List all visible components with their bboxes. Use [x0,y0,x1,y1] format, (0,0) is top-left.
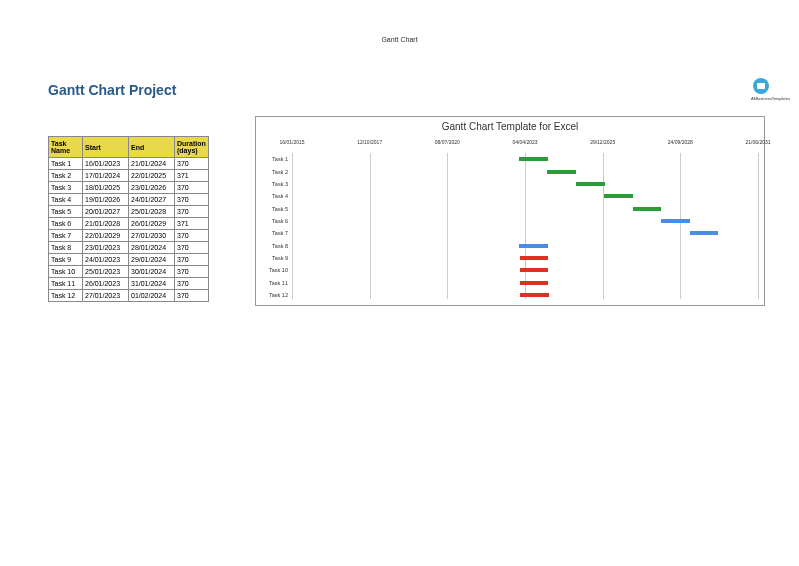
gridline [680,153,681,299]
chart-x-axis: 16/01/201512/10/201708/07/202004/04/2023… [292,139,758,149]
chart-plot-area [292,153,758,299]
table-cell: 371 [175,218,209,230]
logo-icon [753,78,769,94]
table-row: Task 520/01/202725/01/2028370 [49,206,209,218]
table-cell: Task 10 [49,266,83,278]
table-cell: 23/01/2023 [83,242,129,254]
gantt-bar [520,281,549,285]
table-row: Task 1227/01/202301/02/2024370 [49,290,209,302]
table-cell: 370 [175,230,209,242]
table-cell: Task 9 [49,254,83,266]
gridline [525,153,526,299]
table-cell: 01/02/2024 [129,290,175,302]
table-cell: Task 2 [49,170,83,182]
y-tick-label: Task 4 [272,193,288,199]
table-cell: 370 [175,206,209,218]
y-tick-label: Task 12 [269,292,288,298]
table-cell: Task 8 [49,242,83,254]
table-cell: 370 [175,266,209,278]
chart-y-axis: Task 1Task 2Task 3Task 4Task 5Task 6Task… [260,153,290,299]
table-cell: 370 [175,194,209,206]
table-cell: 28/01/2024 [129,242,175,254]
y-tick-label: Task 11 [269,280,288,286]
x-tick-label: 24/09/2028 [668,139,693,145]
table-cell: Task 5 [49,206,83,218]
table-cell: 17/01/2024 [83,170,129,182]
x-tick-label: 29/12/2025 [590,139,615,145]
gridline [370,153,371,299]
x-tick-label: 12/10/2017 [357,139,382,145]
x-tick-label: 16/01/2015 [279,139,304,145]
gantt-bar [519,157,548,161]
table-row: Task 823/01/202328/01/2024370 [49,242,209,254]
x-tick-label: 21/06/2031 [745,139,770,145]
table-row: Task 722/01/202927/01/2030370 [49,230,209,242]
gantt-bar [690,231,719,235]
table-cell: 370 [175,242,209,254]
header-label: Gantt Chart [381,36,417,43]
chart-title: Gantt Chart Template for Excel [256,121,764,132]
table-cell: Task 1 [49,158,83,170]
table-cell: 26/01/2023 [83,278,129,290]
table-row: Task 1025/01/202330/01/2024370 [49,266,209,278]
y-tick-label: Task 7 [272,230,288,236]
table-cell: 27/01/2030 [129,230,175,242]
table-cell: 24/01/2023 [83,254,129,266]
logo-text: AllBusinessTemplates [751,96,771,101]
gantt-bar [604,194,633,198]
y-tick-label: Task 2 [272,169,288,175]
table-cell: 21/01/2028 [83,218,129,230]
gantt-chart: Gantt Chart Template for Excel 16/01/201… [255,116,765,306]
y-tick-label: Task 10 [269,267,288,273]
table-cell: Task 7 [49,230,83,242]
page-title: Gantt Chart Project [48,82,176,98]
gantt-bar [547,170,576,174]
gridline [603,153,604,299]
gridline [447,153,448,299]
table-row: Task 419/01/202624/01/2027370 [49,194,209,206]
table-cell: 18/01/2025 [83,182,129,194]
gantt-bar [519,244,548,248]
table-cell: 24/01/2027 [129,194,175,206]
table-cell: 23/01/2026 [129,182,175,194]
y-tick-label: Task 1 [272,156,288,162]
gridline [292,153,293,299]
gantt-bar [576,182,605,186]
table-cell: 29/01/2024 [129,254,175,266]
x-tick-label: 04/04/2023 [512,139,537,145]
y-tick-label: Task 8 [272,243,288,249]
table-cell: 25/01/2023 [83,266,129,278]
table-cell: 26/01/2029 [129,218,175,230]
table-cell: 370 [175,290,209,302]
table-row: Task 318/01/202523/01/2026370 [49,182,209,194]
gantt-bar [520,293,549,297]
table-row: Task 621/01/202826/01/2029371 [49,218,209,230]
table-cell: 370 [175,158,209,170]
table-cell: 20/01/2027 [83,206,129,218]
gantt-bar [520,268,549,272]
table-cell: 21/01/2024 [129,158,175,170]
table-cell: 31/01/2024 [129,278,175,290]
table-cell: 19/01/2026 [83,194,129,206]
gridline [758,153,759,299]
table-cell: 22/01/2029 [83,230,129,242]
gantt-bar [520,256,549,260]
table-cell: 22/01/2025 [129,170,175,182]
table-row: Task 116/01/202321/01/2024370 [49,158,209,170]
task-table: Task Name Start End Duration (days) Task… [48,136,209,302]
table-cell: 371 [175,170,209,182]
table-cell: 30/01/2024 [129,266,175,278]
col-end: End [129,137,175,158]
table-cell: 16/01/2023 [83,158,129,170]
table-row: Task 924/01/202329/01/2024370 [49,254,209,266]
table-cell: Task 3 [49,182,83,194]
col-task-name: Task Name [49,137,83,158]
y-tick-label: Task 3 [272,181,288,187]
table-cell: 27/01/2023 [83,290,129,302]
y-tick-label: Task 6 [272,218,288,224]
x-tick-label: 08/07/2020 [435,139,460,145]
table-cell: 370 [175,182,209,194]
table-cell: 370 [175,278,209,290]
table-row: Task 1126/01/202331/01/2024370 [49,278,209,290]
logo: AllBusinessTemplates [751,78,771,98]
